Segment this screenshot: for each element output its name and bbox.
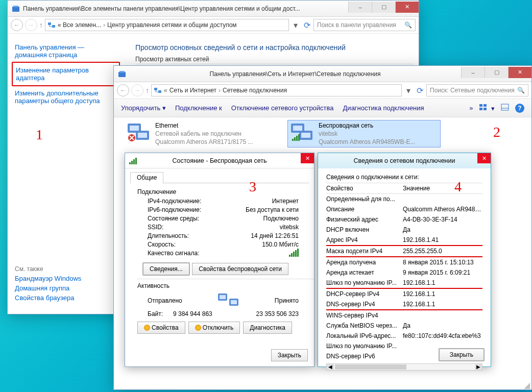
close-button[interactable]: ✕: [508, 67, 531, 78]
svg-rect-2: [48, 22, 51, 25]
view-options-button[interactable]: ▾: [479, 104, 495, 112]
network-icon: [154, 86, 162, 94]
search-icon: 🔍: [404, 21, 412, 29]
adapter-ethernet[interactable]: Ethernet Сетевой кабель не подключен Qua…: [124, 120, 277, 148]
nav-up-button[interactable]: ↑: [39, 21, 43, 29]
minimize-button[interactable]: –: [461, 67, 485, 78]
table-row: Локальный IPv6-адрес...fe80::107c:dd49:4…: [326, 331, 482, 341]
breadcrumb-prefix[interactable]: « Все элемен...: [58, 21, 101, 29]
disable-button[interactable]: Отключить: [188, 322, 240, 334]
adapter-name: Беспроводная сеть: [319, 121, 415, 130]
close-dialog-button[interactable]: Закрыть: [271, 349, 308, 361]
section-connection: Подключение: [137, 188, 314, 195]
search-input[interactable]: Поиск: Сетевые подключения 🔍: [426, 84, 528, 96]
svg-rect-1: [13, 6, 18, 7]
property-cell: Шлюз по умолчанию IP...: [326, 342, 403, 350]
refresh-button[interactable]: ⟳: [415, 86, 424, 95]
svg-rect-12: [501, 104, 509, 110]
wireless-status-dialog: Состояние - Беспроводная сеть ✕ Общие По…: [125, 153, 315, 367]
value-cell: [403, 195, 482, 203]
minimize-button[interactable]: –: [348, 2, 372, 13]
window-title: Панель управления\Все элементы панели уп…: [23, 5, 348, 12]
svg-rect-28: [220, 295, 226, 299]
table-row: Определенный для по...: [326, 194, 482, 204]
dialog-titlebar[interactable]: Состояние - Беспроводная сеть ✕: [125, 153, 314, 168]
diagnose-button[interactable]: Диагностика: [243, 322, 292, 334]
svg-rect-3: [52, 25, 55, 28]
adapter-name: Ethernet: [155, 121, 253, 130]
close-button[interactable]: ✕: [301, 153, 314, 163]
highlight-box-adapters: Изменение параметров адаптера: [12, 62, 120, 86]
sidebar-sharing-settings-link[interactable]: Изменить дополнительные параметры общего…: [15, 89, 117, 105]
details-pane-button[interactable]: [501, 104, 509, 112]
search-input[interactable]: Поиск в панели управления 🔍: [313, 19, 416, 31]
breadcrumb[interactable]: « Сеть и Интернет › Сетевые подключения: [151, 84, 402, 96]
tab-general[interactable]: Общие: [130, 172, 163, 184]
wireless-properties-button[interactable]: Свойства беспроводной сети: [192, 263, 288, 275]
refresh-button[interactable]: ⟳: [302, 20, 311, 30]
connection-details-dialog: Сведения о сетевом подключении ✕ Сведени…: [318, 153, 491, 367]
nav-up-button[interactable]: ↑: [146, 86, 149, 94]
disable-device-button[interactable]: Отключение сетевого устройства: [231, 104, 334, 112]
active-networks-label: Просмотр активных сетей: [135, 56, 414, 64]
svg-rect-20: [293, 126, 302, 131]
property-cell: DHCP включен: [326, 226, 403, 233]
homegroup-link[interactable]: Домашняя группа: [15, 284, 117, 292]
value-cell: A4-DB-30-3E-3F-14: [403, 216, 482, 223]
value-cell: Да: [403, 226, 482, 233]
annotation-4: 4: [454, 180, 462, 194]
wifi-adapter-icon: [290, 121, 315, 142]
folder-icon: [118, 70, 126, 78]
browser-properties-link[interactable]: Свойства браузера: [15, 294, 117, 302]
svg-rect-0: [12, 7, 19, 12]
maximize-button[interactable]: ▢: [485, 67, 508, 78]
help-button[interactable]: ?: [515, 104, 524, 113]
nav-back-button[interactable]: ←: [117, 84, 129, 96]
resize-grip[interactable]: ◢: [524, 380, 530, 390]
adapter-ssid: vitebsk: [319, 130, 415, 138]
value-cell: Да: [403, 322, 482, 329]
breadcrumb-item[interactable]: Сеть и Интернет: [170, 87, 216, 94]
shield-icon: [195, 325, 201, 331]
close-dialog-button[interactable]: Закрыть: [439, 348, 485, 361]
organize-button[interactable]: Упорядочить ▾: [121, 104, 166, 112]
firewall-link[interactable]: Брандмауэр Windows: [15, 275, 117, 282]
property-cell: DNS-сервер IPv4: [326, 301, 403, 308]
svg-rect-26: [298, 134, 300, 141]
property-cell: Физический адрес: [326, 216, 403, 223]
properties-button[interactable]: Свойства: [137, 322, 185, 334]
more-button[interactable]: »: [469, 104, 473, 112]
horizontal-scrollbar[interactable]: ◀ ▶: [326, 363, 482, 371]
dialog-titlebar[interactable]: Сведения о сетевом подключении ✕: [318, 153, 491, 168]
dropdown-button[interactable]: ▾: [291, 20, 300, 30]
nav-back-button[interactable]: ←: [11, 19, 23, 31]
titlebar[interactable]: Панель управления\Все элементы панели уп…: [8, 1, 419, 17]
sidebar-adapter-settings-link[interactable]: Изменение параметров адаптера: [16, 66, 116, 82]
titlebar[interactable]: Панель управления\Сеть и Интернет\Сетевы…: [114, 66, 531, 82]
bytes-sent: 9 384 944 863: [173, 310, 236, 317]
svg-rect-5: [119, 71, 125, 72]
annotation-2: 2: [493, 125, 500, 139]
connect-to-button[interactable]: Подключение к: [175, 104, 222, 112]
property-cell: Определенный для по...: [326, 195, 403, 203]
nav-forward-button[interactable]: →: [25, 19, 37, 31]
col-property: Свойство: [326, 185, 403, 192]
adapter-device: Qualcomm Atheros AR8171/8175 ...: [155, 138, 253, 146]
dialog-title: Сведения о сетевом подключении: [354, 157, 455, 164]
close-button[interactable]: ✕: [395, 2, 419, 13]
breadcrumb-item[interactable]: Сетевые подключения: [223, 87, 287, 94]
property-cell: Служба NetBIOS через...: [326, 322, 403, 329]
details-button[interactable]: Сведения...: [142, 262, 190, 276]
navigation-bar: ← → ↑ « Все элемен... › Центр управления…: [8, 17, 419, 34]
sidebar-home-link[interactable]: Панель управления — домашняя страница: [15, 43, 117, 59]
search-icon: 🔍: [517, 87, 525, 94]
nav-forward-button[interactable]: →: [131, 84, 143, 96]
breadcrumb[interactable]: « Все элемен... › Центр управления сетям…: [45, 19, 289, 31]
breadcrumb-current[interactable]: Центр управления сетями и общим доступом: [107, 21, 237, 29]
maximize-button[interactable]: ▢: [372, 2, 395, 13]
svg-rect-23: [292, 139, 294, 141]
dropdown-button[interactable]: ▾: [404, 86, 413, 95]
diagnose-button[interactable]: Диагностика подключения: [343, 104, 424, 112]
close-button[interactable]: ✕: [477, 153, 491, 163]
adapter-wireless[interactable]: Беспроводная сеть vitebsk Qualcomm Ather…: [287, 120, 441, 148]
